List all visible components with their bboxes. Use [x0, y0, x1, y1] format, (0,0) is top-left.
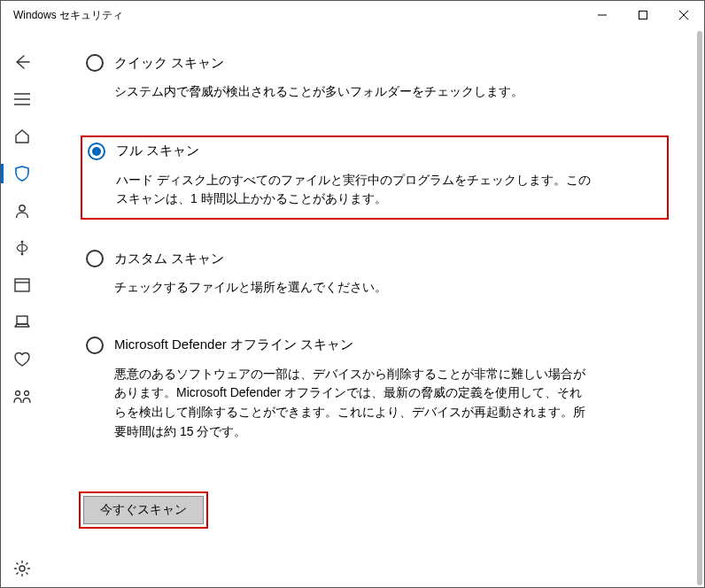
svg-rect-10 — [15, 279, 29, 291]
option-quick-scan-desc: システム内で脅威が検出されることが多いフォルダーをチェックします。 — [114, 82, 593, 102]
option-full-scan-desc: ハード ディスク上のすべてのファイルと実行中のプログラムをチェックします。このス… — [116, 171, 594, 209]
maximize-button[interactable] — [623, 1, 663, 29]
svg-point-8 — [21, 241, 23, 243]
option-offline-scan-head[interactable]: Microsoft Defender オフライン スキャン — [86, 337, 660, 354]
option-custom-scan-head[interactable]: カスタム スキャン — [86, 250, 660, 267]
minimize-button[interactable] — [582, 1, 623, 29]
option-full-scan[interactable]: フル スキャン ハード ディスク上のすべてのファイルと実行中のプログラムをチェッ… — [81, 135, 669, 220]
network-icon — [13, 239, 31, 257]
close-button[interactable] — [663, 1, 704, 29]
window-icon — [14, 278, 30, 292]
radio-custom-scan[interactable] — [86, 250, 104, 267]
option-quick-scan[interactable]: クイック スキャン システム内で脅威が検出されることが多いフォルダーをチェックし… — [81, 49, 669, 111]
home-icon — [13, 128, 31, 145]
sidebar-item-account[interactable] — [1, 192, 43, 229]
radio-full-scan[interactable] — [88, 143, 105, 160]
scan-now-button[interactable]: 今すぐスキャン — [83, 496, 204, 524]
back-button[interactable] — [1, 43, 43, 81]
svg-point-9 — [21, 253, 23, 255]
main-content: クイック スキャン システム内で脅威が検出されることが多いフォルダーをチェックし… — [43, 29, 704, 587]
sidebar-item-firewall[interactable] — [1, 229, 43, 267]
family-icon — [12, 389, 32, 405]
window-controls — [582, 1, 704, 29]
sidebar-item-device-health[interactable] — [1, 341, 43, 378]
option-quick-scan-label: クイック スキャン — [114, 55, 224, 72]
gear-icon — [13, 560, 31, 577]
svg-rect-12 — [17, 316, 27, 324]
close-icon — [679, 11, 688, 19]
sidebar-item-device-security[interactable] — [1, 304, 43, 341]
option-full-scan-label: フル スキャン — [116, 143, 199, 159]
titlebar: Windows セキュリティ — [1, 1, 704, 29]
menu-button[interactable] — [1, 81, 43, 118]
sidebar-item-family[interactable] — [1, 378, 43, 415]
hamburger-icon — [14, 93, 30, 105]
svg-point-14 — [25, 391, 29, 396]
svg-point-15 — [19, 566, 25, 571]
scrollbar[interactable] — [697, 31, 702, 585]
radio-quick-scan[interactable] — [86, 54, 104, 72]
option-offline-scan-desc: 悪意のあるソフトウェアの一部は、デバイスから削除することが非常に難しい場合があり… — [114, 365, 593, 442]
option-custom-scan-label: カスタム スキャン — [114, 251, 224, 267]
person-icon — [13, 202, 31, 220]
option-offline-scan-label: Microsoft Defender オフライン スキャン — [114, 337, 353, 353]
heart-icon — [13, 352, 31, 368]
radio-offline-scan[interactable] — [86, 337, 104, 354]
scan-now-highlight: 今すぐスキャン — [79, 491, 208, 529]
app-window: Windows セキュリティ — [0, 0, 705, 588]
option-offline-scan[interactable]: Microsoft Defender オフライン スキャン 悪意のあるソフトウェ… — [81, 331, 669, 451]
maximize-icon — [639, 11, 647, 19]
sidebar-item-app-browser[interactable] — [1, 267, 43, 304]
sidebar — [1, 29, 43, 587]
sidebar-item-home[interactable] — [1, 118, 43, 155]
window-title: Windows セキュリティ — [13, 8, 123, 23]
body: クイック スキャン システム内で脅威が検出されることが多いフォルダーをチェックし… — [1, 29, 704, 587]
option-full-scan-head[interactable]: フル スキャン — [88, 143, 658, 160]
minimize-icon — [598, 11, 607, 19]
shield-icon — [13, 165, 31, 182]
sidebar-item-settings[interactable] — [1, 550, 43, 587]
svg-point-13 — [16, 391, 20, 396]
option-custom-scan[interactable]: カスタム スキャン チェックするファイルと場所を選んでください。 — [81, 244, 669, 306]
option-quick-scan-head[interactable]: クイック スキャン — [86, 54, 660, 72]
svg-rect-1 — [639, 12, 647, 19]
option-custom-scan-desc: チェックするファイルと場所を選んでください。 — [114, 278, 593, 298]
back-arrow-icon — [13, 53, 31, 71]
sidebar-item-virus-protection[interactable] — [1, 155, 43, 192]
svg-point-7 — [19, 205, 25, 211]
laptop-icon — [13, 315, 31, 329]
